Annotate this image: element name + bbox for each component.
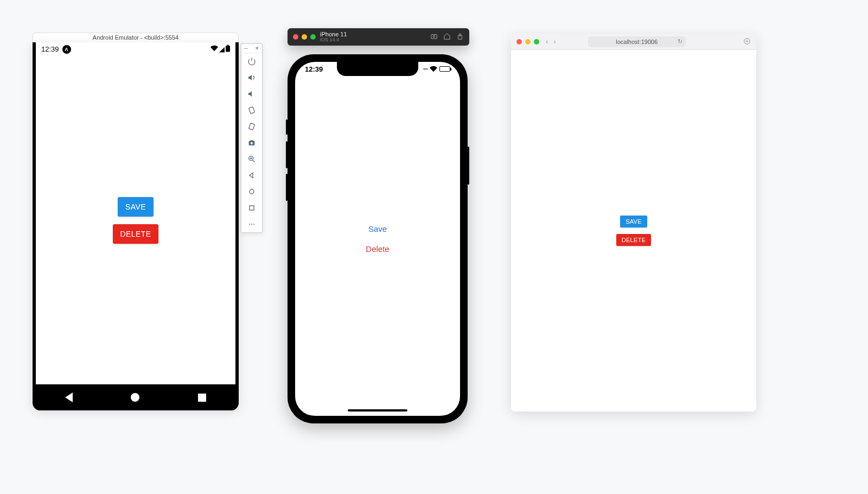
svg-rect-2 (248, 107, 254, 114)
android-emulator-toolbar: ─ ✕ (241, 43, 263, 233)
android-screen: 12:39 Λ ◢ SAVE DELETE (36, 42, 235, 384)
svg-rect-0 (226, 46, 230, 52)
screenshot-icon[interactable] (430, 33, 438, 41)
home-icon[interactable] (443, 33, 451, 41)
ios-os-version: iOS 14.4 (320, 37, 426, 43)
save-button[interactable]: SAVE (620, 216, 647, 227)
svg-rect-1 (227, 45, 228, 46)
volume-down-icon[interactable] (241, 86, 262, 102)
fullscreen-icon[interactable] (310, 34, 316, 40)
android-device-frame: 12:39 Λ ◢ SAVE DELETE (33, 42, 239, 410)
home-indicator[interactable] (348, 409, 407, 411)
more-icon[interactable] (241, 216, 262, 232)
back-icon[interactable] (241, 167, 262, 183)
svg-point-4 (251, 142, 253, 144)
recent-icon[interactable] (241, 200, 262, 216)
web-browser-window: ‹ › localhost:19006 ↻ SAVE DELETE (511, 34, 756, 411)
android-app-content: SAVE DELETE (36, 56, 235, 384)
volume-up-button (286, 141, 288, 168)
delete-button[interactable]: Delete (366, 244, 389, 254)
share-icon[interactable] (456, 33, 464, 41)
svg-rect-10 (250, 206, 254, 210)
battery-icon (226, 45, 230, 54)
android-window-title: Android Emulator - <build>:5554 (33, 33, 239, 42)
rotate-left-icon[interactable] (241, 102, 262, 118)
svg-line-6 (253, 160, 254, 162)
svg-point-9 (250, 189, 254, 194)
mute-switch (286, 119, 288, 135)
wifi-icon (210, 45, 218, 54)
svg-point-15 (433, 35, 435, 37)
nav-forward-icon[interactable]: › (553, 37, 556, 46)
close-icon[interactable]: ✕ (255, 46, 259, 51)
minimize-icon[interactable]: ─ (244, 46, 247, 51)
ios-window-titlebar: iPhone 11 iOS 14.4 (288, 28, 469, 46)
close-icon[interactable] (293, 34, 298, 40)
android-emulator: Android Emulator - <build>:5554 12:39 Λ … (33, 33, 239, 410)
minimize-icon[interactable] (525, 39, 531, 45)
ios-app-content: Save Delete (295, 62, 460, 416)
home-icon[interactable] (241, 183, 262, 200)
nav-home-icon[interactable] (131, 393, 139, 402)
volume-down-button (286, 174, 288, 201)
browser-toolbar: ‹ › localhost:19006 ↻ (511, 34, 756, 50)
power-button (468, 147, 469, 185)
nav-back-icon[interactable]: ‹ (546, 37, 548, 46)
close-icon[interactable] (516, 39, 522, 45)
minimize-icon[interactable] (302, 34, 307, 40)
delete-button[interactable]: DELETE (616, 234, 652, 246)
volume-up-icon[interactable] (241, 69, 262, 86)
window-traffic-lights (516, 39, 539, 45)
zoom-icon[interactable] (241, 151, 262, 167)
svg-point-13 (253, 224, 254, 225)
power-icon[interactable] (241, 53, 262, 69)
address-bar[interactable]: localhost:19006 ↻ (588, 36, 686, 47)
svg-rect-3 (248, 123, 254, 130)
fullscreen-icon[interactable] (534, 39, 539, 45)
save-button[interactable]: SAVE (118, 197, 154, 217)
save-button[interactable]: Save (368, 224, 387, 233)
svg-rect-14 (431, 34, 437, 39)
svg-point-12 (251, 224, 252, 225)
delete-button[interactable]: DELETE (113, 224, 159, 244)
nav-back-icon[interactable] (65, 392, 73, 402)
camera-icon[interactable] (241, 135, 262, 151)
nav-recent-icon[interactable] (198, 394, 206, 402)
android-status-bar: 12:39 Λ ◢ (36, 42, 235, 56)
url-text: localhost:19006 (616, 39, 658, 45)
ios-device-frame: 12:39 Save Delete (288, 54, 468, 423)
reload-icon[interactable]: ↻ (678, 38, 682, 45)
ios-simulator: iPhone 11 iOS 14.4 12:39 Save (288, 28, 469, 423)
ios-screen: 12:39 Save Delete (295, 62, 460, 416)
app-badge-icon: Λ (62, 45, 71, 54)
status-time: 12:39 (41, 45, 59, 53)
signal-icon: ◢ (219, 45, 225, 53)
rotate-right-icon[interactable] (241, 118, 262, 135)
android-nav-bar (36, 384, 235, 410)
svg-point-11 (249, 224, 250, 225)
window-traffic-lights (293, 34, 316, 40)
download-icon[interactable] (743, 37, 751, 46)
web-app-content: SAVE DELETE (511, 50, 756, 411)
